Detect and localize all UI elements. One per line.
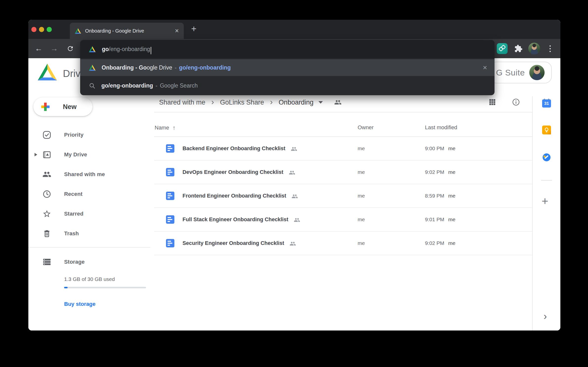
breadcrumb-shared-with-me[interactable]: Shared with me [159, 99, 205, 106]
tasks-button[interactable] [542, 153, 551, 162]
sidebar-item-storage[interactable]: Storage [28, 252, 154, 272]
tasks-icon [542, 153, 551, 162]
add-addon-button[interactable]: + [542, 194, 548, 208]
suggestion-google-search[interactable]: go/eng-onboarding - Google Search [80, 76, 495, 95]
divider [541, 180, 552, 181]
tab-title: Onboarding - Google Drive [85, 28, 172, 34]
drive-favicon-icon [89, 65, 96, 71]
reload-button[interactable] [65, 39, 76, 58]
suggestion-drive-result[interactable]: Onboarding - Google Drive - go/eng-onboa… [80, 59, 495, 76]
gsuite-label: G Suite [496, 68, 525, 77]
file-name: Backend Engineer Onboarding Checklist [183, 146, 285, 152]
suggestion-title-rest: ogle Drive [147, 64, 172, 71]
gsuite-badge: G Suite [490, 62, 552, 83]
reload-icon [67, 45, 74, 52]
dismiss-suggestion-icon[interactable]: × [483, 64, 487, 71]
column-header-name[interactable]: Name ↑ [155, 124, 176, 131]
fullscreen-window-button[interactable] [47, 27, 52, 32]
sidebar-item-trash[interactable]: Trash [28, 224, 154, 243]
avatar [528, 43, 540, 55]
menu-dots-icon [550, 45, 551, 47]
sidebar-item-my-drive[interactable]: My Drive [28, 145, 154, 165]
browser-menu-button[interactable] [546, 39, 554, 58]
column-header-modified: Last modified [425, 124, 457, 131]
file-list-panel: Shared with me › GoLinks Share › Onboard… [154, 96, 532, 330]
file-modified: 9:02 PMme [425, 169, 455, 175]
tab-close-icon[interactable]: × [175, 28, 179, 34]
info-button[interactable] [512, 98, 520, 106]
suggestion-dash: - [175, 64, 177, 71]
sidebar: New Priority My Drive Shared with me Rec… [28, 96, 154, 330]
drive-page: Drive G Suite New Priority My Drive [28, 58, 560, 330]
google-docs-icon [166, 144, 174, 153]
suggestion-title-match: Onboarding - Go [102, 64, 147, 71]
file-owner: me [358, 169, 365, 175]
breadcrumb: Shared with me › GoLinks Share › Onboard… [154, 96, 532, 112]
back-button[interactable]: ← [33, 39, 44, 58]
storage-progress-fill [64, 287, 68, 288]
breadcrumb-onboarding[interactable]: Onboarding [279, 99, 313, 106]
sidebar-item-label: Shared with me [64, 171, 105, 178]
search-icon [89, 82, 95, 89]
table-row[interactable]: Security Engineer Onboarding Checklist m… [154, 232, 532, 255]
file-modified: 8:59 PMme [425, 193, 455, 199]
new-button[interactable]: New [33, 97, 92, 116]
storage-icon [42, 257, 51, 266]
google-docs-icon [166, 239, 174, 247]
sidebar-item-priority[interactable]: Priority [28, 125, 154, 145]
folder-shared-icon[interactable] [334, 99, 342, 106]
file-name: Frontend Engineer Onboarding Checklist [183, 193, 286, 199]
buy-storage-link[interactable]: Buy storage [64, 301, 95, 307]
suggestion-engine: Google Search [160, 82, 198, 89]
column-header-owner: Owner [358, 124, 374, 131]
collapse-rail-chevron[interactable]: › [544, 311, 547, 322]
tab-bar: Onboarding - Google Drive × + [28, 20, 560, 39]
grid-view-button[interactable] [488, 98, 496, 106]
file-owner: me [358, 146, 365, 151]
star-icon [42, 209, 51, 218]
sidebar-item-label: Recent [64, 191, 83, 197]
table-row[interactable]: Backend Engineer Onboarding Checklist me… [154, 137, 532, 161]
browser-tab[interactable]: Onboarding - Google Drive × [70, 23, 184, 39]
my-drive-icon [42, 150, 51, 159]
file-name: Security Engineer Onboarding Checklist [183, 240, 284, 246]
file-modified: 9:00 PMme [425, 146, 455, 151]
sidebar-item-shared-with-me[interactable]: Shared with me [28, 165, 154, 184]
keep-lightbulb-icon [542, 126, 551, 134]
suggestion-url: go/eng-onboarding [179, 64, 231, 71]
table-row[interactable]: Full Stack Engineer Onboarding Checklist… [154, 208, 532, 232]
table-row[interactable]: DevOps Engineer Onboarding Checklist me … [154, 161, 532, 184]
keep-button[interactable] [542, 126, 551, 134]
sidebar-item-label: My Drive [64, 151, 87, 158]
suggestion-dash: - [156, 82, 158, 89]
account-avatar[interactable] [529, 65, 545, 80]
table-row[interactable]: Frontend Engineer Onboarding Checklist m… [154, 184, 532, 208]
puzzle-icon [514, 44, 523, 53]
shared-people-icon [42, 170, 51, 179]
new-tab-button[interactable]: + [191, 24, 197, 34]
calendar-button[interactable]: 31 [542, 99, 551, 108]
google-docs-icon [166, 192, 174, 200]
minimize-window-button[interactable] [39, 27, 44, 32]
golinks-extension-button[interactable] [497, 39, 508, 58]
storage-progress-bar [64, 287, 146, 288]
extensions-button[interactable] [514, 39, 523, 58]
sidebar-item-label: Starred [64, 211, 83, 217]
sort-ascending-icon[interactable]: ↑ [173, 124, 176, 131]
omnibox-completion-text: /eng-onboarding [109, 46, 150, 53]
close-window-button[interactable] [31, 27, 37, 32]
calendar-icon: 31 [542, 99, 551, 108]
sidebar-item-starred[interactable]: Starred [28, 204, 154, 224]
omnibox[interactable]: go/eng-onboarding [80, 40, 495, 58]
breadcrumb-golinks-share[interactable]: GoLinks Share [220, 99, 264, 106]
google-plus-icon [41, 102, 50, 111]
file-owner: me [358, 217, 365, 222]
sidebar-item-recent[interactable]: Recent [28, 184, 154, 204]
file-shared-icon [290, 146, 298, 152]
browser-profile-avatar[interactable] [528, 39, 540, 58]
storage-usage-text: 1.3 GB of 30 GB used [64, 276, 115, 282]
folder-menu-caret-icon[interactable] [318, 101, 323, 104]
expand-arrow-icon[interactable] [35, 153, 37, 156]
forward-button[interactable]: → [49, 39, 60, 58]
drive-logo-icon[interactable] [38, 64, 57, 80]
